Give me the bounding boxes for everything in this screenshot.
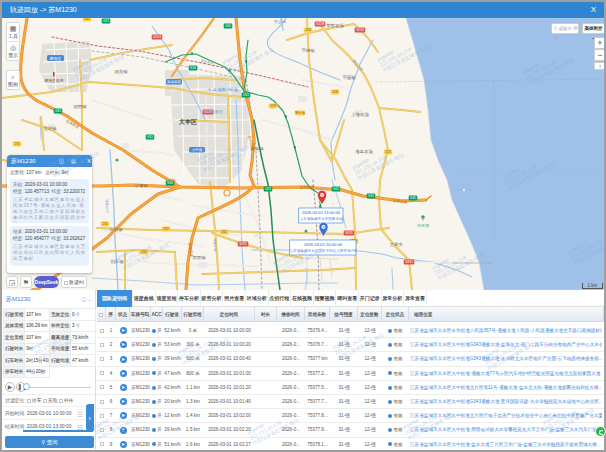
svg-text:S18: S18 — [167, 181, 173, 185]
svg-text:S35: S35 — [410, 196, 416, 200]
svg-text:G15: G15 — [333, 187, 339, 191]
svg-text:草庙镇: 草庙镇 — [342, 75, 356, 80]
svg-text:G15: G15 — [103, 19, 109, 23]
svg-text:226: 226 — [305, 28, 311, 32]
svg-text:冈西镇: 冈西镇 — [73, 104, 87, 109]
svg-text:232: 232 — [163, 227, 169, 231]
svg-text:草堰镇: 草堰镇 — [301, 48, 315, 53]
svg-text:建湖县: 建湖县 — [49, 56, 62, 61]
svg-text:刘庄镇: 刘庄镇 — [110, 259, 124, 264]
svg-text:白驹镇: 白驹镇 — [109, 227, 123, 232]
svg-text:231: 231 — [102, 222, 108, 226]
svg-text:大丰区: 大丰区 — [178, 118, 197, 125]
svg-text:S331: S331 — [239, 242, 247, 246]
svg-text:王港乡: 王港乡 — [389, 242, 403, 247]
svg-text:231: 231 — [14, 142, 20, 146]
svg-text:232: 232 — [141, 250, 147, 254]
svg-text:冈东镇: 冈东镇 — [114, 69, 128, 74]
svg-text:盐城监狱: 盐城监狱 — [167, 80, 181, 84]
svg-text:332: 332 — [221, 230, 227, 234]
svg-text:S331: S331 — [405, 260, 413, 264]
svg-text:盐洛高速: 盐洛高速 — [300, 184, 315, 190]
svg-text:江苏省盐城市大丰区新丰镇: 江苏省盐城市大丰区新丰镇 — [299, 216, 343, 221]
svg-text:日月湖: 日月湖 — [417, 223, 429, 228]
svg-text:S331: S331 — [345, 231, 353, 235]
svg-text:229: 229 — [270, 104, 276, 108]
svg-text:草堰丁线: 草堰丁线 — [213, 238, 218, 252]
svg-text:宝塔镇: 宝塔镇 — [43, 126, 57, 131]
svg-text:G228: G228 — [316, 22, 324, 26]
svg-text:终: 终 — [321, 193, 324, 197]
svg-text:陈李线: 陈李线 — [295, 110, 306, 115]
svg-text:S226: S226 — [356, 28, 364, 32]
svg-text:建湖县政府: 建湖县政府 — [44, 78, 64, 83]
svg-text:G15: G15 — [368, 194, 374, 198]
svg-text:2026-03-01 13:00:00: 2026-03-01 13:00:00 — [302, 210, 341, 215]
svg-text:江苏省盐城市大丰区丰华街道人民路367号: 江苏省盐城市大丰区丰华街道人民路367号 — [289, 248, 356, 253]
svg-text:2026-03-01 10:00:00: 2026-03-01 10:00:00 — [304, 242, 343, 247]
svg-text:125: 125 — [385, 150, 391, 154]
svg-text:G233: G233 — [153, 35, 161, 39]
svg-text:大中镇: 大中镇 — [192, 148, 203, 152]
svg-text:西团镇: 西团镇 — [192, 255, 206, 260]
svg-text:G15: G15 — [55, 109, 61, 113]
svg-text:G15: G15 — [225, 24, 231, 28]
svg-text:S18: S18 — [190, 66, 196, 70]
svg-text:226: 226 — [332, 90, 338, 94]
svg-text:231: 231 — [84, 18, 90, 21]
svg-text:起: 起 — [322, 225, 325, 229]
svg-text:新丰镇: 新丰镇 — [250, 146, 264, 151]
svg-text:城东新区: 城东新区 — [206, 109, 223, 114]
svg-text:小海镇: 小海镇 — [134, 183, 148, 188]
svg-text:通榆运河: 通榆运河 — [105, 199, 111, 213]
svg-text:G22: G22 — [265, 187, 271, 191]
svg-text:G15: G15 — [147, 135, 153, 139]
svg-text:G15: G15 — [243, 93, 249, 97]
